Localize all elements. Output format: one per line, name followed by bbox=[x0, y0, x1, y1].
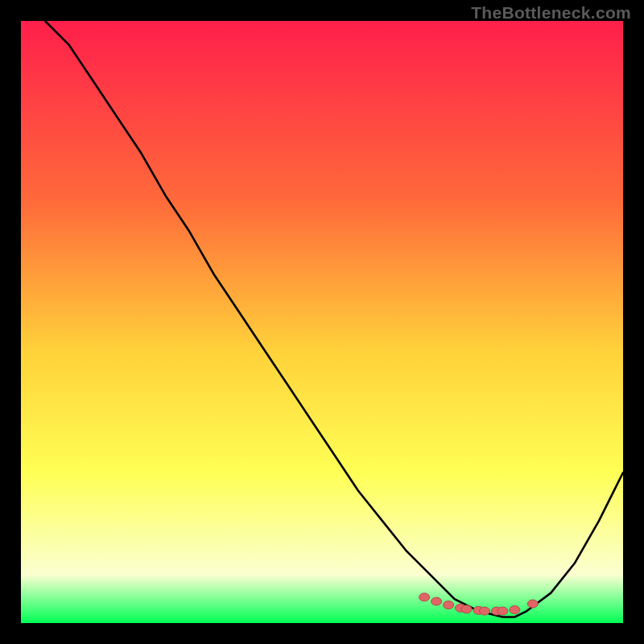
bottleneck-chart bbox=[0, 0, 644, 644]
marker-dot bbox=[479, 607, 489, 615]
marker-dot bbox=[444, 601, 454, 609]
marker-dot bbox=[497, 607, 508, 615]
heatmap-background bbox=[21, 21, 623, 623]
marker-dot bbox=[461, 605, 472, 613]
chart-stage: TheBottleneck.com bbox=[0, 0, 644, 644]
marker-dot bbox=[419, 593, 430, 601]
marker-dot bbox=[510, 606, 520, 614]
watermark-text: TheBottleneck.com bbox=[471, 3, 631, 23]
marker-dot bbox=[527, 600, 538, 608]
marker-dot bbox=[431, 597, 442, 605]
